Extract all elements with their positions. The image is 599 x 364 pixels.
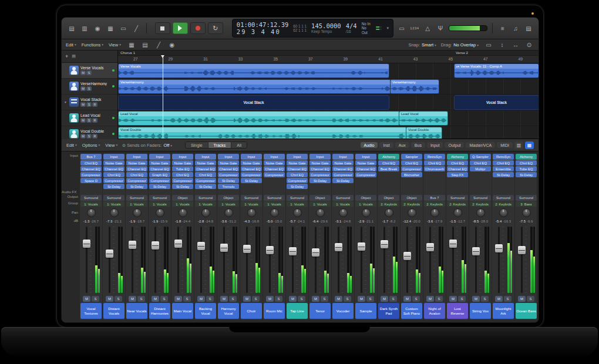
mute-button[interactable]: M <box>358 296 365 302</box>
input-slot[interactable]: Input <box>355 154 376 160</box>
wide-strips-view-icon[interactable]: ▦ <box>525 141 534 149</box>
track-lane[interactable]: Verse Vocals▸▾Verse Vocals: 11 - Comp A <box>118 63 539 79</box>
fx-slot[interactable]: Channel EQ <box>309 166 331 171</box>
mixer-view-icon[interactable]: ▦ <box>105 23 116 33</box>
output-slot[interactable]: Object <box>172 195 193 201</box>
tempo-value[interactable]: 145.0000 <box>311 22 341 29</box>
mute-button[interactable]: M <box>129 296 136 302</box>
audio-region[interactable]: Vocal Double <box>118 127 407 139</box>
channel-name[interactable]: Lost Reverse <box>447 303 468 319</box>
solo-button[interactable]: S <box>252 296 260 302</box>
fx-slot[interactable]: Channel EQ <box>103 166 124 171</box>
channel-name[interactable]: Ocean Bass <box>516 303 537 319</box>
volume-db[interactable]: -2.8 <box>198 220 204 223</box>
audio-region[interactable]: VerseHarmony <box>118 79 391 94</box>
volume-fader[interactable] <box>220 244 228 252</box>
bar-position[interactable]: 29 3 4 40 <box>237 28 289 35</box>
solo-button[interactable]: S <box>504 296 511 302</box>
group-slot[interactable]: 2: Keybrds <box>401 201 422 207</box>
output-slot[interactable]: Bus 7 <box>424 195 445 201</box>
arrangement-marker[interactable]: Chorus 1 <box>120 50 135 55</box>
input-slot[interactable]: Input <box>172 154 193 160</box>
time-signature[interactable]: 4/4 <box>346 22 357 29</box>
mute-button[interactable]: M <box>518 296 526 302</box>
input-slot[interactable]: Input <box>103 154 124 160</box>
group-slot[interactable]: 1: Vocals <box>126 201 147 207</box>
zoom-presets-icon[interactable]: ⊙ <box>524 40 534 49</box>
fx-slot[interactable]: Channel EQ <box>195 166 216 171</box>
input-slot[interactable]: Input <box>287 154 308 160</box>
input-slot[interactable]: RetroSyn <box>493 154 514 160</box>
group-slot[interactable]: 3: Bass <box>516 201 537 207</box>
fx-slot[interactable]: Compressor <box>195 178 216 183</box>
stack-region[interactable]: Vocal Stack <box>118 95 389 110</box>
track-s-button[interactable]: S <box>86 134 92 139</box>
track-lane[interactable]: Vocal StackVocal Stack <box>118 95 539 110</box>
lcd-time-position[interactable]: 01:00:47:12.39 29 3 4 40 <box>237 21 289 35</box>
stack-region[interactable]: Vocal Stack <box>454 95 539 110</box>
track-lane[interactable]: VerseHarmonyVerseHarmony <box>118 79 539 95</box>
mute-button[interactable]: M <box>495 296 503 302</box>
group-slot[interactable]: 1: Vocals <box>309 201 331 207</box>
playhead[interactable] <box>163 55 163 139</box>
output-slot[interactable]: Surround <box>80 195 102 201</box>
volume-fader[interactable] <box>403 252 411 260</box>
pan-knob[interactable] <box>499 208 508 217</box>
mute-button[interactable]: M <box>243 296 251 302</box>
fx-slot[interactable]: St-Delay <box>493 172 514 177</box>
fx-slot[interactable]: Channel EQ <box>287 166 308 171</box>
solo-button[interactable]: S <box>160 296 168 302</box>
add-track-button[interactable]: + <box>65 53 68 59</box>
fx-slot[interactable]: Chnl EQ <box>195 172 216 177</box>
tempo-mode[interactable]: Keep Tempo <box>311 29 341 33</box>
volume-db[interactable]: -1.7 <box>382 220 388 223</box>
volume-db[interactable]: -5.0 <box>267 220 272 223</box>
volume-db[interactable]: -6.4 <box>312 220 318 223</box>
fx-slot[interactable]: Compressor <box>332 172 354 177</box>
input-slot[interactable]: Q-Sampler <box>470 154 491 160</box>
metronome-icon[interactable]: △ <box>422 23 433 33</box>
fx-slot[interactable]: Chnl EQ <box>516 160 537 166</box>
solo-button[interactable]: S <box>366 296 374 302</box>
fx-slot[interactable]: Channel EQ <box>126 166 147 171</box>
group-slot[interactable]: 1: Vocals <box>195 201 216 207</box>
cycle-button[interactable]: ↻ <box>208 22 223 34</box>
fx-slot[interactable]: Chnl EQ <box>126 172 147 177</box>
output-slot[interactable]: Surround <box>493 195 514 201</box>
audio-region[interactable]: Vocal Double <box>406 127 442 139</box>
fx-slot[interactable]: Noise Gate <box>172 160 193 166</box>
pan-knob[interactable] <box>339 208 348 217</box>
fx-slot[interactable]: Chnl EQ <box>287 172 308 177</box>
fx-slot[interactable]: Compressor <box>172 178 193 183</box>
channel-name[interactable]: String Vox <box>470 303 491 319</box>
fx-slot[interactable]: Chnl EQ <box>80 160 102 166</box>
volume-fader[interactable] <box>518 246 526 254</box>
solo-button[interactable]: S <box>298 296 305 302</box>
volume-db[interactable]: -5.4 <box>496 220 502 223</box>
fx-slot[interactable]: Compressor <box>149 178 170 183</box>
fx-slot[interactable]: Chnl EQ <box>493 160 514 166</box>
volume-db[interactable]: -1.8 <box>175 220 181 223</box>
fx-slot[interactable]: St-Delay <box>241 178 262 183</box>
fx-slot[interactable]: Chnl EQ <box>378 160 399 166</box>
channel-name[interactable]: Dark Synth Pad <box>378 303 399 319</box>
menu-options[interactable]: Options▾ <box>82 143 100 148</box>
fx-slot[interactable]: St-Delay <box>126 184 147 189</box>
fx-slot[interactable]: Channel EQ <box>447 166 468 171</box>
solo-button[interactable]: S <box>275 296 282 302</box>
group-slot[interactable]: 1: Vocals <box>218 201 239 207</box>
solo-button[interactable]: S <box>229 296 237 302</box>
menu-view[interactable]: View▾ <box>105 143 117 148</box>
group-slot[interactable]: 2: Keybrds <box>470 201 491 207</box>
solo-button[interactable]: S <box>481 296 489 302</box>
pan-knob[interactable] <box>408 208 416 217</box>
volume-db[interactable]: -3.1 <box>335 220 341 223</box>
filter-output[interactable]: Output <box>445 142 464 148</box>
volume-fader[interactable] <box>381 240 388 248</box>
lcd-mode-chevron-icon[interactable]: ▾ <box>386 26 389 31</box>
output-slot[interactable]: Object <box>401 195 422 201</box>
solo-button[interactable]: S <box>137 296 145 302</box>
audio-region[interactable]: ▸▾Verse Vocals: 11 - Comp A <box>454 63 539 78</box>
fx-slot[interactable]: Chnl EQ <box>103 172 124 177</box>
fx-slot[interactable]: Chnl EQ <box>470 160 491 166</box>
